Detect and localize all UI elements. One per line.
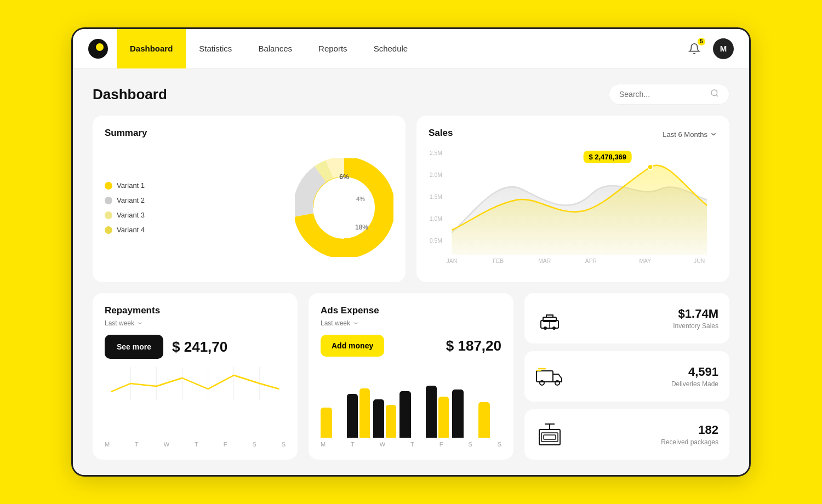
repayments-chart — [105, 364, 286, 438]
packages-value: 182 — [573, 423, 718, 437]
package-icon — [535, 420, 564, 449]
search-icon — [710, 89, 719, 100]
bar-w-black — [373, 399, 384, 438]
day-s: S — [252, 441, 256, 448]
svg-text:1.5M: 1.5M — [430, 193, 442, 200]
nav-item-schedule[interactable]: Schedule — [361, 29, 421, 68]
packages-info: 182 Received packages — [573, 423, 718, 446]
bar-group-m — [321, 408, 344, 438]
repayments-top: See more $ 241,70 — [105, 335, 286, 359]
bar-t2-black — [399, 391, 411, 438]
ads-days: M T W T F S S — [321, 441, 501, 448]
svg-rect-36 — [536, 371, 553, 382]
stat-inventory: $1.74M Inventory Sales — [524, 293, 729, 343]
legend-variant4: Variant 4 — [105, 226, 145, 234]
svg-text:FEB: FEB — [493, 257, 504, 264]
ads-day-f: F — [439, 441, 443, 448]
svg-text:2.5M: 2.5M — [430, 150, 442, 156]
sales-chart: $ 2,478,369 2.5M 2.0M 1.5M 1.0M 0.5M — [429, 145, 717, 270]
day-t: T — [135, 441, 139, 448]
legend-label-4: Variant 4 — [117, 226, 145, 234]
repayments-period[interactable]: Last week — [105, 319, 286, 327]
ads-amount: $ 187,20 — [446, 337, 501, 354]
svg-text:18%: 18% — [355, 224, 368, 231]
svg-text:APR: APR — [585, 257, 597, 264]
inventory-label: Inventory Sales — [573, 322, 718, 330]
svg-text:JAN: JAN — [447, 257, 458, 264]
ads-day-t2: T — [410, 441, 414, 448]
repayments-days: M T W T F S S — [105, 441, 286, 448]
add-money-button[interactable]: Add money — [321, 335, 384, 357]
svg-text:0.5M: 0.5M — [430, 237, 442, 244]
svg-text:JUN: JUN — [694, 257, 705, 264]
legend-dot-4 — [105, 226, 112, 234]
svg-rect-41 — [539, 429, 560, 445]
deliveries-label: Deliveries Made — [573, 380, 718, 388]
repayments-amount: $ 241,70 — [172, 339, 227, 356]
deliveries-value: 4,591 — [573, 365, 718, 379]
inventory-info: $1.74M Inventory Sales — [573, 307, 718, 330]
svg-point-2 — [711, 90, 717, 96]
nav-item-balances[interactable]: Balances — [245, 29, 305, 68]
svg-point-33 — [544, 327, 547, 330]
bar-t-black — [347, 394, 358, 438]
notif-badge: 5 — [697, 37, 706, 47]
page-title: Dashboard — [93, 86, 167, 103]
period-label: Last 6 Months — [663, 130, 707, 139]
main-content: Dashboard Summary Varian — [73, 68, 749, 475]
day-w: W — [164, 441, 169, 448]
nav-item-dashboard[interactable]: Dashboard — [117, 29, 186, 68]
bar-group-t — [347, 388, 370, 438]
repayments-title: Repayments — [105, 305, 286, 316]
donut-chart: 6% 72% 18% 4% — [295, 158, 393, 257]
ads-bar-chart — [321, 363, 501, 438]
ads-day-w: W — [380, 441, 385, 448]
inventory-value: $1.74M — [573, 307, 718, 321]
svg-point-1 — [96, 43, 104, 51]
day-t2: T — [195, 441, 198, 448]
repayments-card: Repayments Last week See more $ 241,70 — [93, 293, 298, 460]
search-input[interactable] — [619, 90, 706, 99]
svg-line-3 — [716, 95, 718, 96]
inventory-icon — [535, 304, 564, 333]
period-selector[interactable]: Last 6 Months — [663, 130, 717, 139]
bar-m-yellow — [321, 408, 332, 438]
ads-expense-card: Ads Expense Last week Add money $ 187,20 — [309, 293, 513, 460]
legend-variant3: Variant 3 — [105, 211, 145, 219]
deliveries-info: 4,591 Deliveries Made — [573, 365, 718, 388]
repayments-period-label: Last week — [105, 319, 134, 327]
stats-column: $1.74M Inventory Sales — [524, 293, 729, 460]
legend-dot-3 — [105, 211, 112, 219]
see-more-button[interactable]: See more — [105, 335, 163, 359]
sales-header: Sales Last 6 Months — [429, 128, 717, 141]
svg-rect-43 — [544, 435, 556, 439]
bar-t-yellow — [359, 388, 370, 438]
ads-top: Add money $ 187,20 — [321, 335, 501, 357]
svg-text:MAY: MAY — [639, 257, 651, 264]
nav-items: Dashboard Statistics Balances Reports Sc… — [117, 29, 684, 68]
packages-label: Received packages — [573, 438, 718, 446]
sales-title: Sales — [429, 128, 453, 139]
bar-f-yellow — [438, 397, 449, 438]
bar-group-s — [452, 390, 475, 438]
stat-deliveries: 4,591 Deliveries Made — [524, 351, 729, 402]
stat-packages: 182 Received packages — [524, 409, 729, 460]
search-box — [609, 84, 729, 105]
legend-dot-1 — [105, 182, 112, 190]
avatar[interactable]: M — [713, 38, 734, 59]
nav-item-reports[interactable]: Reports — [305, 29, 361, 68]
sales-tooltip: $ 2,478,369 — [583, 151, 632, 163]
day-m: M — [105, 441, 110, 448]
ads-period[interactable]: Last week — [321, 319, 501, 327]
bar-s2-yellow — [478, 402, 490, 438]
svg-point-18 — [648, 164, 653, 170]
svg-text:6%: 6% — [339, 173, 349, 181]
ads-period-label: Last week — [321, 319, 350, 327]
notifications-button[interactable]: 5 — [684, 39, 704, 59]
bar-s-black — [452, 390, 464, 438]
summary-title: Summary — [105, 128, 393, 139]
nav-item-statistics[interactable]: Statistics — [186, 29, 245, 68]
svg-text:4%: 4% — [356, 196, 365, 202]
nav-right: 5 M — [684, 38, 734, 59]
legend-label-1: Variant 1 — [117, 181, 145, 190]
